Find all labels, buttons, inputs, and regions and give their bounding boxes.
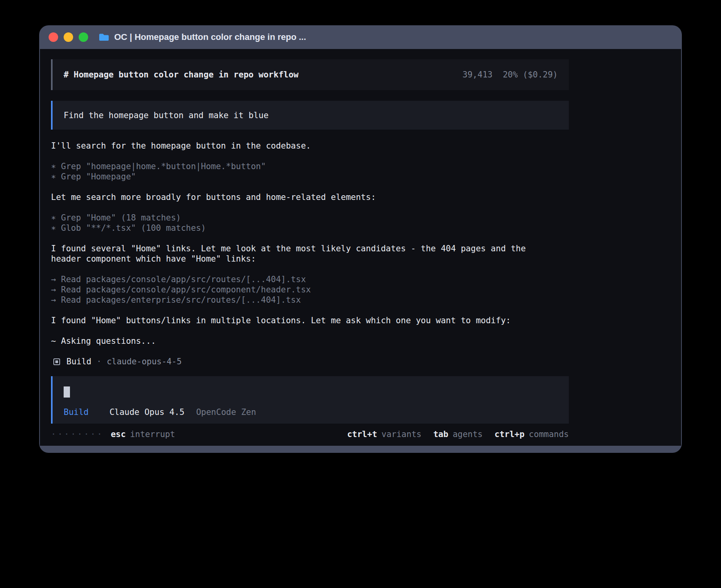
ctrl-p-key: ctrl+p: [495, 430, 525, 439]
tab-key: tab: [433, 430, 448, 439]
token-count: 39,413: [462, 70, 493, 80]
user-message-text: Find the homepage button and make it blu…: [64, 111, 268, 120]
ctrl-t-key: ctrl+t: [347, 430, 377, 439]
traffic-lights: [49, 32, 88, 42]
assistant-text: header component which have "Home" links…: [51, 254, 569, 264]
zoom-button[interactable]: [79, 32, 88, 42]
assistant-text: I found several "Home" links. Let me loo…: [51, 243, 569, 254]
tool-call-group: ∗ Grep "Home" (18 matches) ∗ Glob "**/*.…: [51, 213, 569, 233]
separator-dot-icon: ·: [96, 356, 102, 367]
session-stats: 39,413 20% ($0.29): [462, 70, 558, 80]
tool-call-read: → Read packages/enterprise/src/routes/[.…: [51, 295, 569, 305]
minimize-button[interactable]: [64, 32, 73, 42]
assistant-text: Let me search more broadly for buttons a…: [51, 192, 569, 202]
agent-name: Build: [66, 356, 91, 367]
assistant-text: I'll search for the homepage button in t…: [51, 141, 569, 151]
tool-call-grep: ∗ Grep "homepage|home.*button|Home.*butt…: [51, 161, 569, 172]
context-cost: 20% ($0.29): [503, 70, 558, 80]
window-title-text: OC | Homepage button color change in rep…: [114, 32, 306, 42]
hint-variants: ctrl+tvariants: [347, 429, 421, 439]
text-cursor-icon: [64, 386, 70, 398]
tool-call-grep: ∗ Grep "Home" (18 matches): [51, 213, 569, 223]
assistant-paragraph: I found several "Home" links. Let me loo…: [51, 243, 569, 264]
session-header: # Homepage button color change in repo w…: [51, 59, 569, 90]
assistant-paragraph: Let me search more broadly for buttons a…: [51, 192, 569, 202]
commands-label: commands: [529, 430, 569, 439]
tool-call-read: → Read packages/console/app/src/componen…: [51, 285, 569, 295]
titlebar: OC | Homepage button color change in rep…: [39, 25, 682, 49]
status-bar: ········ escinterrupt ctrl+tvariants tab…: [51, 429, 569, 439]
esc-label: interrupt: [130, 430, 175, 439]
assistant-status: ~ Asking questions...: [51, 336, 569, 346]
provider-indicator: OpenCode Zen: [196, 407, 256, 417]
variants-label: variants: [381, 430, 421, 439]
status-bar-right: ctrl+tvariants tabagents ctrl+pcommands: [335, 429, 569, 439]
folder-icon: [98, 33, 109, 41]
assistant-paragraph: I'll search for the homepage button in t…: [51, 141, 569, 151]
terminal-window: OC | Homepage button color change in rep…: [39, 25, 682, 453]
agent-status-row: Build · claude-opus-4-5: [51, 356, 569, 367]
agents-label: agents: [453, 430, 483, 439]
assistant-text: I found "Home" buttons/links in multiple…: [51, 315, 569, 326]
agent-model: claude-opus-4-5: [107, 356, 182, 367]
hint-commands: ctrl+pcommands: [495, 429, 569, 439]
esc-key: esc: [111, 430, 126, 439]
tool-call-group: → Read packages/console/app/src/routes/[…: [51, 274, 569, 305]
status-bar-left: ········ escinterrupt: [51, 429, 175, 439]
agent-build-icon: [53, 358, 60, 365]
spinner-dots-icon: ········: [51, 429, 104, 439]
window-title: OC | Homepage button color change in rep…: [98, 32, 306, 42]
hint-agents: tabagents: [433, 429, 483, 439]
tool-call-grep: ∗ Grep "Homepage": [51, 172, 569, 182]
esc-hint: escinterrupt: [111, 429, 175, 439]
tool-call-glob: ∗ Glob "**/*.tsx" (100 matches): [51, 223, 569, 233]
asking-questions-status: ~ Asking questions...: [51, 336, 569, 346]
terminal-screen: # Homepage button color change in repo w…: [40, 49, 681, 446]
tool-call-group: ∗ Grep "homepage|home.*button|Home.*butt…: [51, 161, 569, 182]
assistant-paragraph: I found "Home" buttons/links in multiple…: [51, 315, 569, 326]
user-message: Find the homepage button and make it blu…: [51, 101, 569, 130]
prompt-input[interactable]: Build Claude Opus 4.5 OpenCode Zen: [51, 376, 569, 424]
session-title: # Homepage button color change in repo w…: [64, 70, 298, 80]
close-button[interactable]: [49, 32, 58, 42]
tool-call-read: → Read packages/console/app/src/routes/[…: [51, 274, 569, 285]
mode-indicator[interactable]: Build: [64, 407, 89, 417]
session-content: # Homepage button color change in repo w…: [51, 59, 569, 439]
input-meta: Build Claude Opus 4.5 OpenCode Zen: [64, 407, 558, 417]
model-indicator: Claude Opus 4.5: [109, 407, 185, 417]
